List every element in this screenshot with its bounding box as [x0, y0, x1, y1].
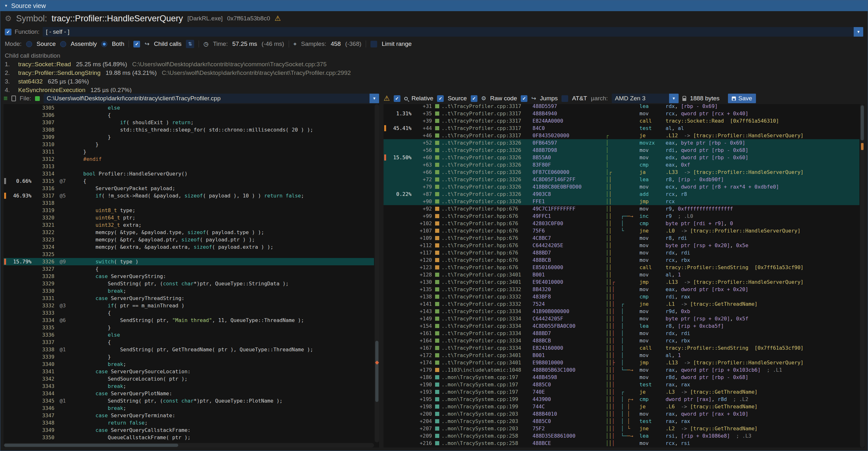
source-line[interactable]: 3324 memcpy( &extra, &payload.extra, siz… [3, 243, 374, 251]
asm-row[interactable]: +99..t\TracyProfiler.hpp:67649FFC1││ ┌──… [383, 212, 859, 220]
assembly-vscroll-thumb[interactable] [861, 106, 864, 141]
source-line[interactable]: 3332@3 if( ptr == m_mainThread ) [3, 302, 374, 309]
source-line[interactable]: 3306 { [3, 112, 374, 119]
radio-both[interactable] [101, 41, 107, 47]
jumps-checkbox[interactable]: ✓ [521, 95, 527, 102]
asm-row[interactable]: +138..t\TracyProfiler.cpp:3332483BF8│││ … [383, 293, 859, 300]
radio-assembly-label[interactable]: Assembly [71, 40, 97, 48]
asm-source-location[interactable]: ..t\TracyProfiler.cpp:3326 [441, 147, 532, 154]
asm-row[interactable]: +31..t\TracyProfiler.cpp:3317488D5597 le… [383, 104, 859, 110]
asm-source-location[interactable]: ..t\TracyProfiler.hpp:676 [441, 212, 532, 220]
source-line[interactable]: 3314 bool Profiler::HandleServerQuery() [3, 170, 374, 177]
asm-row[interactable]: +186..mon\TracySystem.cpp:197448B4598│││… [383, 373, 859, 381]
asm-row[interactable]: +56..t\TracyProfiler.cpp:3326488B7D98│ m… [383, 147, 859, 154]
source-line[interactable]: 3334@6 SendString( ptr, "Main thread", 1… [3, 317, 374, 324]
source-line[interactable]: 3333 { [3, 309, 374, 317]
child-call-name[interactable]: tracy::Profiler::SendLongString [18, 68, 101, 77]
asm-source-location[interactable]: ..t\TracyProfiler.hpp:676 [441, 227, 532, 234]
source-line[interactable]: 3312 #endif [3, 155, 374, 163]
source-line[interactable]: 3343 break; [3, 383, 374, 390]
asm-row[interactable]: +154..t\TracyProfiler.cpp:33344C8D055FBA… [383, 322, 859, 330]
child-call-name[interactable]: KeSynchronizeExecution [18, 86, 85, 93]
asm-source-location[interactable]: ..t\TracyProfiler.cpp:3401 [441, 352, 532, 359]
asm-source-location[interactable]: ..t\TracyProfiler.hpp:676 [441, 257, 532, 264]
source-line[interactable]: 3316 ServerQueryPacket payload; [3, 185, 374, 192]
asm-source-location[interactable]: ..t\TracyProfiler.cpp:3334 [441, 322, 532, 330]
asm-source-location[interactable]: ..t\TracyProfiler.cpp:3326 [441, 190, 532, 198]
asm-source-location[interactable]: ..t\TracyProfiler.cpp:3326 [441, 183, 532, 190]
asm-source-location[interactable]: ..t\TracyProfiler.cpp:3326 [441, 198, 532, 205]
asm-source-location[interactable]: ..mon\TracySystem.cpp:258 [441, 440, 532, 447]
child-call-item[interactable]: 2.tracy::Profiler::SendLongString19.88 m… [5, 68, 863, 77]
raw-code-label[interactable]: Raw code [490, 95, 517, 102]
jumps-label[interactable]: Jumps [540, 95, 558, 102]
source-line[interactable]: 3329 SendString( ptr, (const char*)ptr, … [3, 280, 374, 287]
asm-row[interactable]: +112..t\TracyProfiler.hpp:676C64424205E│… [383, 242, 859, 249]
limit-range-checkbox[interactable] [371, 41, 377, 48]
asm-row[interactable]: +161..t\TracyProfiler.cpp:3334488BD7│││ … [383, 330, 859, 337]
asm-row[interactable]: 0.22%+87..t\TracyProfiler.cpp:33264903C8… [383, 190, 859, 198]
source-label[interactable]: Source [447, 95, 467, 102]
asm-row[interactable]: +216..mon\TracySystem.cpp:258488BCE│││ m… [383, 440, 859, 447]
asm-row[interactable]: +141..t\TracyProfiler.cpp:33327524│││ ┌ … [383, 300, 859, 308]
asm-row[interactable]: +109..t\TracyProfiler.hpp:6764C8BC7││ mo… [383, 234, 859, 242]
source-line[interactable]: 3308 std::this_thread::sleep_for( std::c… [3, 126, 374, 133]
source-line[interactable]: 3349 case ServerQueryCallstackFrame: [3, 426, 374, 434]
source-line[interactable]: 3311 } [3, 148, 374, 155]
asm-row[interactable]: +172..t\TracyProfiler.cpp:3401B001│││ │ … [383, 352, 859, 359]
asm-source-location[interactable]: ..t\TracyProfiler.cpp:3332 [441, 300, 532, 308]
source-line[interactable]: 3350 QueueCallstackFrame( ptr ); [3, 434, 374, 441]
source-line[interactable]: 15.79%3326@9 switch( type ) [3, 258, 374, 265]
asm-source-location[interactable]: ..t\TracyProfiler.cpp:3401 [441, 271, 532, 278]
asm-source-location[interactable]: ..t\TracyProfiler.cpp:3326 [441, 161, 532, 169]
asm-source-location[interactable]: ..t\TracyProfiler.cpp:3332 [441, 286, 532, 293]
asm-row[interactable]: +90..t\TracyProfiler.cpp:3326FFE1││ jmpr… [383, 198, 859, 205]
radio-both-label[interactable]: Both [112, 40, 124, 48]
source-line[interactable]: 3338@1 SendString( ptr, GetThreadName( p… [3, 346, 374, 353]
asm-row[interactable]: +123..t\TracyProfiler.hpp:676E850160000│… [383, 264, 859, 271]
source-line[interactable]: 3305 else [3, 104, 374, 112]
source-line[interactable]: 3346 break; [3, 404, 374, 412]
asm-source-location[interactable]: ..1103\include\atomic:1048 [441, 366, 532, 373]
asm-source-location[interactable]: ..mon\TracySystem.cpp:197 [441, 373, 532, 381]
asm-source-location[interactable]: ..t\TracyProfiler.cpp:3326 [441, 169, 532, 176]
asm-source-location[interactable]: ..t\TracyProfiler.cpp:3317 [441, 110, 532, 117]
asm-row[interactable]: +200..mon\TracySystem.cpp:203488B4010│││… [383, 410, 859, 418]
relative-label[interactable]: Relative [411, 95, 434, 102]
asm-row[interactable]: +207..mon\TracySystem.cpp:20375F2│││ │ └… [383, 425, 859, 432]
asm-row[interactable]: +117..t\TracyProfiler.hpp:676488BD7││ mo… [383, 249, 859, 257]
assembly-vertical-scrollbar[interactable] [860, 104, 865, 448]
child-calls-nav-button[interactable]: ⇅ [186, 40, 194, 48]
asm-source-location[interactable]: ..t\TracyProfiler.cpp:3334 [441, 330, 532, 337]
source-hscroll-thumb[interactable] [4, 444, 178, 447]
source-line[interactable]: 3325 [3, 251, 374, 258]
asm-row[interactable]: 1.31%+35..t\TracyProfiler.cpp:3317488B49… [383, 110, 859, 117]
asm-row[interactable]: +195..mon\TracySystem.cpp:199443900│││ │… [383, 396, 859, 403]
asm-source-location[interactable]: ..t\TracyProfiler.cpp:3326 [441, 176, 532, 183]
source-line[interactable]: 3328 case ServerQueryString: [3, 273, 374, 280]
asm-source-location[interactable]: ..t\TracyProfiler.hpp:676 [441, 220, 532, 227]
att-checkbox[interactable] [561, 95, 568, 102]
source-line[interactable]: 3342 SendSourceLocation( ptr ); [3, 375, 374, 383]
file-list-icon[interactable]: ≡ [3, 94, 8, 102]
asm-source-location[interactable]: ..t\TracyProfiler.cpp:3317 [441, 124, 532, 132]
source-line[interactable]: 3337 { [3, 338, 374, 346]
asm-row[interactable]: 45.41%+44..t\TracyProfiler.cpp:331784C0 … [383, 124, 859, 132]
asm-source-location[interactable]: ..mon\TracySystem.cpp:197 [441, 381, 532, 388]
march-select[interactable]: AMD Zen 3 ▼ [612, 94, 679, 103]
asm-source-location[interactable]: ..t\TracyProfiler.hpp:676 [441, 242, 532, 249]
child-call-item[interactable]: 1.tracy::Socket::Read25.25 ms (54.89%)C:… [5, 60, 863, 68]
asm-source-location[interactable]: ..t\TracyProfiler.cpp:3332 [441, 293, 532, 300]
file-select-arrow-icon[interactable]: ▼ [370, 94, 379, 103]
source-line[interactable]: 3348 return false; [3, 419, 374, 426]
asm-source-location[interactable]: ..t\TracyProfiler.cpp:3334 [441, 337, 532, 344]
source-line[interactable]: 3345@1 SendString( ptr, (const char*)ptr… [3, 397, 374, 404]
source-line[interactable]: 3330 break; [3, 287, 374, 295]
source-line[interactable]: 3309 } [3, 133, 374, 141]
asm-row[interactable]: +164..t\TracyProfiler.cpp:3334488BCB│││ … [383, 337, 859, 344]
asm-source-location[interactable]: ..mon\TracySystem.cpp:203 [441, 410, 532, 418]
asm-row[interactable]: +190..mon\TracySystem.cpp:1974885C0│││ t… [383, 381, 859, 388]
asm-source-location[interactable]: ..t\TracyProfiler.cpp:3334 [441, 344, 532, 352]
asm-row[interactable]: +179..1103\include\atomic:1048488B05B63C… [383, 366, 859, 373]
asm-source-location[interactable]: ..t\TracyProfiler.cpp:3326 [441, 139, 532, 147]
